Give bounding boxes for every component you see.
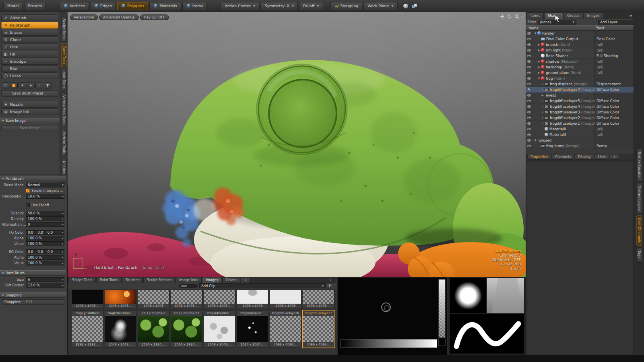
layer-effect[interactable]: Diffuse Color bbox=[594, 98, 634, 103]
clip-thumbnail[interactable]: 4096 x 4096 bbox=[270, 290, 301, 309]
visibility-eye-icon[interactable] bbox=[526, 128, 532, 130]
visibility-eye-icon[interactable] bbox=[526, 100, 532, 102]
chevron-down-icon[interactable]: ▼ bbox=[630, 14, 632, 18]
action-center-dropdown[interactable]: Action Center▼ bbox=[221, 2, 259, 10]
clip-thumbnail[interactable]: frogtranspare... 1024 x 1024,... bbox=[237, 311, 268, 348]
shader-tree-row[interactable]: ▶ backdrop (Item) (all) bbox=[526, 64, 634, 70]
left-vertical-tab[interactable]: Particle Tools bbox=[61, 129, 67, 156]
clip-thumbnail[interactable]: 4096 x 4096,... bbox=[303, 290, 334, 309]
spinner-arrows-icon[interactable]: ◂▸ bbox=[60, 223, 63, 226]
tab-overflow-icon[interactable]: ▸ bbox=[330, 278, 332, 282]
shader-tree-row[interactable]: ▶ shadow (Material) (all) bbox=[526, 59, 634, 64]
tool-button[interactable]: Airbrush bbox=[1, 14, 58, 21]
shader-tree-row[interactable]: ▼ Render bbox=[526, 31, 634, 36]
layer-effect[interactable]: (all) bbox=[594, 64, 634, 70]
layer-effect[interactable] bbox=[594, 93, 634, 98]
component-mode-button[interactable]: Vertices bbox=[60, 2, 89, 10]
clip-thumbnail[interactable]: frogeyesdiffuse 8192 x 8192,... bbox=[72, 311, 103, 348]
tree-bottom-tab[interactable]: Lists bbox=[595, 154, 609, 160]
component-mode-button[interactable]: Edges bbox=[90, 2, 116, 10]
visibility-eye-icon[interactable] bbox=[526, 117, 532, 119]
clips-tab[interactable]: Paint Tools bbox=[96, 277, 122, 283]
layer-effect[interactable]: Diffuse Color bbox=[594, 121, 634, 126]
left-vertical-tab[interactable]: Vertex Map Tools bbox=[61, 93, 67, 127]
clip-thumbnail[interactable]: 4096 x 4096,... bbox=[105, 290, 136, 309]
visibility-eye-icon[interactable] bbox=[526, 122, 532, 125]
shader-tree-row[interactable]: Material3 (all) bbox=[526, 132, 634, 138]
spinner-arrows-icon[interactable]: ◂▸ bbox=[60, 278, 63, 281]
spinner-arrows-icon[interactable]: ◂▸ bbox=[60, 231, 63, 234]
attenuation-field[interactable]: 0◂▸ bbox=[26, 222, 64, 227]
name-column-header[interactable]: Name bbox=[526, 26, 594, 30]
brush-shape-button[interactable] bbox=[27, 82, 35, 88]
effect-column-header[interactable]: Effect bbox=[594, 26, 604, 30]
clips-tab[interactable]: Brushes bbox=[122, 277, 143, 283]
filter-dropdown[interactable]: (none)▼ bbox=[538, 20, 576, 25]
expand-arrow-icon[interactable]: + bbox=[541, 88, 545, 91]
nozzle-shape-preview[interactable] bbox=[487, 278, 524, 313]
visibility-eye-icon[interactable] bbox=[526, 60, 532, 63]
save-image-button[interactable]: Save Image bbox=[1, 125, 58, 131]
layer-effect[interactable]: Bump bbox=[594, 143, 634, 148]
fg-color-field[interactable]: 0.0 0.0 0.0◂▸ bbox=[26, 230, 64, 235]
expand-arrow-icon[interactable]: ▶ bbox=[537, 71, 541, 74]
thumbnail-size-slider[interactable] bbox=[179, 284, 198, 288]
spinner-arrows-icon[interactable]: ◂▸ bbox=[60, 250, 63, 253]
layer-effect[interactable]: Diffuse Color bbox=[594, 104, 634, 109]
shader-tree-row[interactable]: ▼ frog (Item) bbox=[526, 76, 634, 81]
add-clip-dropdown[interactable]: Add Clip▼ bbox=[199, 283, 326, 288]
brush-tip-preview[interactable] bbox=[450, 278, 486, 313]
tool-button[interactable]: Fill bbox=[1, 51, 58, 58]
brush-shape-button[interactable] bbox=[2, 82, 9, 88]
clip-thumbnail[interactable]: 4096 x 4096,... bbox=[171, 290, 202, 309]
expand-arrow-icon[interactable]: ▶ bbox=[537, 43, 541, 46]
snapping-row-button[interactable]: Snapping F11 bbox=[2, 299, 64, 305]
brush-shape-button[interactable] bbox=[19, 82, 26, 88]
orbit-icon[interactable] bbox=[507, 14, 512, 19]
spinner-arrows-icon[interactable]: ◂▸ bbox=[60, 256, 63, 259]
layer-effect[interactable]: (all) bbox=[594, 132, 634, 137]
layer-effect[interactable]: Diffuse Color bbox=[594, 115, 634, 120]
brush-shape-button[interactable] bbox=[35, 82, 43, 88]
clips-tab[interactable]: Sculpt Meshes bbox=[143, 277, 175, 283]
right-vertical-tab[interactable]: User Channels bbox=[636, 215, 642, 245]
tool-button[interactable]: Paintbrush bbox=[1, 22, 58, 29]
layer-effect[interactable]: (all) bbox=[594, 42, 634, 47]
visibility-eye-icon[interactable] bbox=[526, 94, 532, 97]
shader-tree-row[interactable]: ▶ branch (Item) (all) bbox=[526, 42, 634, 47]
layer-effect[interactable]: (all) bbox=[594, 47, 634, 53]
soft-border-field[interactable]: 12.0 %◂▸ bbox=[26, 283, 64, 288]
right-panel-tab[interactable]: Groups bbox=[564, 12, 583, 19]
paintbrush-props-header[interactable]: ▼Paintbrush bbox=[0, 176, 66, 181]
shader-tree-row[interactable]: Base Shader Full Shading bbox=[526, 53, 634, 59]
right-vertical-tab[interactable]: Tags bbox=[636, 248, 642, 261]
fg-value-field[interactable]: 100.0 %◂▸ bbox=[26, 241, 64, 246]
viewport-canvas[interactable]: Y bbox=[68, 12, 526, 277]
visibility-eye-icon[interactable] bbox=[526, 55, 532, 57]
layer-effect[interactable]: Displacement bbox=[594, 81, 634, 86]
right-vertical-tab[interactable]: Texture Layers bbox=[636, 183, 642, 214]
clip-thumbnail[interactable]: 4096 x 4096 bbox=[138, 290, 169, 309]
visibility-eye-icon[interactable] bbox=[526, 134, 532, 136]
density-field[interactable]: 100.0 %◂▸ bbox=[26, 216, 64, 221]
expand-arrow-icon[interactable]: + bbox=[541, 82, 545, 86]
shader-tree-row[interactable]: + frogdiffuselayer3 (Image) Diffuse Colo… bbox=[526, 109, 634, 115]
right-panel-tab[interactable]: Images bbox=[584, 12, 603, 19]
shader-tree-row[interactable]: ▶ eyes2 bbox=[526, 93, 634, 98]
tool-button[interactable]: Clone bbox=[1, 36, 58, 43]
layer-effect[interactable]: (all) bbox=[594, 59, 634, 64]
stroke-preview[interactable] bbox=[450, 314, 524, 354]
spinner-arrows-icon[interactable]: ◂▸ bbox=[60, 195, 63, 197]
shader-tree-row[interactable]: frog bump (Image) Bump bbox=[526, 143, 634, 149]
left-vertical-tab[interactable]: Paint Tools bbox=[61, 43, 67, 67]
tool-button[interactable]: Eraser bbox=[1, 29, 58, 36]
zoom-icon[interactable] bbox=[514, 14, 519, 19]
visibility-eye-icon[interactable] bbox=[526, 77, 532, 80]
layer-effect[interactable] bbox=[594, 31, 634, 36]
save-image-header[interactable]: ▼Save Image bbox=[0, 118, 60, 123]
viewport-mode-button[interactable]: Perspective bbox=[70, 14, 98, 20]
visibility-eye-icon[interactable] bbox=[526, 49, 532, 51]
shader-tree-row[interactable]: + frogdiffuselayer7 (Image) Diffuse Colo… bbox=[526, 87, 634, 93]
expand-arrow-icon[interactable]: + bbox=[541, 116, 545, 119]
expand-arrow-icon[interactable]: + bbox=[541, 122, 545, 125]
